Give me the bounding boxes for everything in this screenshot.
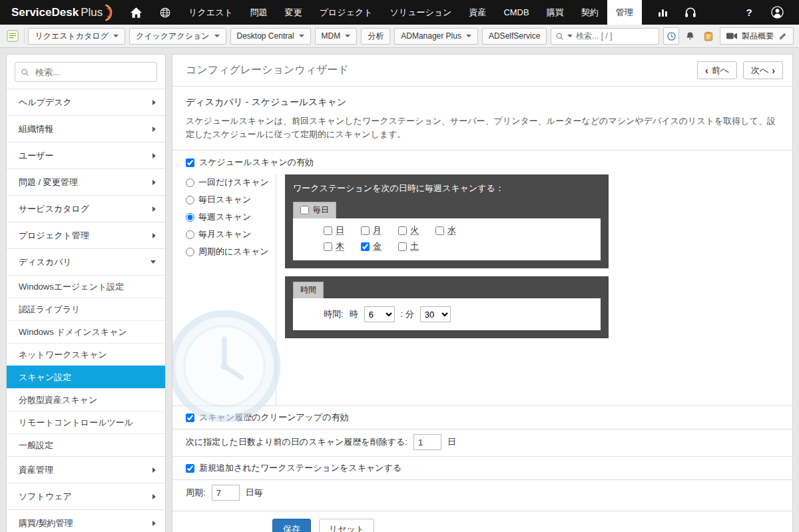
new-workstation-checkbox[interactable] — [186, 464, 194, 473]
day-friday-checkbox[interactable] — [361, 242, 370, 251]
quick-add-icon[interactable] — [5, 27, 20, 45]
desktop-central-dropdown[interactable]: Desktop Central — [230, 28, 311, 45]
scan-mode-weekly[interactable]: 毎週スキャン — [186, 211, 276, 223]
sidebar-sub-windows-domain-scan[interactable]: Windows ドメインスキャン — [7, 320, 165, 343]
nav-admin[interactable]: 管理 — [607, 0, 642, 25]
quick-actions-dropdown[interactable]: クイックアクション — [129, 28, 226, 45]
help-icon[interactable]: ? — [735, 7, 763, 18]
sidebar-sub-windows-agent-settings[interactable]: Windowsエージェント設定 — [7, 275, 165, 298]
scan-mode-once-radio[interactable] — [186, 178, 194, 187]
nav-contracts[interactable]: 契約 — [573, 0, 607, 25]
hour-label: 時 — [350, 308, 358, 320]
chevron-down-icon — [299, 35, 304, 37]
scan-mode-once[interactable]: 一回だけスキャン — [186, 176, 276, 188]
day-tuesday-checkbox[interactable] — [398, 226, 407, 235]
sidebar-item-helpdesk[interactable]: ヘルプデスク — [7, 89, 165, 115]
nav-assets[interactable]: 資産 — [460, 0, 495, 25]
day-tuesday[interactable]: 火 — [398, 224, 435, 236]
nav-requests[interactable]: リクエスト — [180, 0, 242, 25]
sidebar-search-input[interactable] — [15, 62, 157, 82]
cleanup-days-input[interactable] — [413, 434, 441, 450]
cleanup-enable-checkbox[interactable] — [186, 413, 194, 422]
home-icon[interactable] — [121, 0, 150, 25]
day-monday-checkbox[interactable] — [361, 226, 370, 235]
next-button[interactable]: 次へ› — [743, 61, 783, 79]
sidebar-item-project-management[interactable]: プロジェクト管理 — [7, 222, 165, 248]
nav-purchase[interactable]: 購買 — [538, 0, 573, 25]
day-wednesday[interactable]: 水 — [435, 224, 473, 236]
sidebar-sub-scan-settings[interactable]: スキャン設定 — [7, 366, 165, 388]
adselfservice-button[interactable]: ADSelfService — [482, 28, 547, 45]
enable-schedule-checkbox[interactable] — [186, 158, 194, 167]
scan-mode-monthly[interactable]: 毎月スキャン — [186, 228, 276, 240]
day-sunday-checkbox[interactable] — [324, 226, 332, 235]
day-thursday-checkbox[interactable] — [324, 242, 332, 251]
next-label: 次へ — [751, 65, 768, 77]
everyday-checkbox[interactable] — [300, 206, 309, 214]
reports-chart-icon[interactable] — [649, 7, 676, 18]
sidebar-item-discovery[interactable]: ディスカバリ — [7, 248, 165, 275]
sidebar-item-label: ソフトウェア — [19, 491, 72, 503]
mdm-dropdown[interactable]: MDM — [315, 28, 358, 45]
cleanup-enable-row[interactable]: スキャン履歴のクリーンアップの有効 — [172, 405, 792, 429]
sidebar-item-service-catalog[interactable]: サービスカタログ — [7, 195, 165, 222]
new-workstation-enable-row[interactable]: 新規追加されたワークステーションをスキャンする — [172, 456, 792, 479]
sidebar-item-organization[interactable]: 組織情報 — [7, 115, 165, 142]
period-input[interactable] — [212, 485, 240, 501]
search-scope-caret-icon[interactable] — [567, 35, 573, 37]
sidebar-sub-distributed-asset-scan[interactable]: 分散型資産スキャン — [7, 388, 165, 411]
nav-projects[interactable]: プロジェクト — [311, 0, 382, 25]
sidebar-item-problem-change[interactable]: 問題 / 変更管理 — [7, 168, 165, 195]
scan-mode-periodic[interactable]: 周期的にスキャン — [186, 246, 276, 258]
sidebar-item-users[interactable]: ユーザー — [7, 142, 165, 168]
nav-cmdb[interactable]: CMDB — [495, 0, 537, 25]
tasks-clipboard-icon[interactable] — [701, 27, 716, 45]
edit-pencil-icon[interactable] — [778, 32, 787, 41]
nav-problems[interactable]: 問題 — [242, 0, 276, 25]
globe-icon[interactable] — [150, 0, 180, 25]
notifications-bell-icon[interactable] — [683, 27, 698, 45]
chevron-right-icon — [152, 100, 156, 105]
enable-schedule-row[interactable]: スケジュールスキャンの有効 — [172, 156, 792, 168]
sidebar-item-software[interactable]: ソフトウェア — [7, 483, 165, 509]
sidebar-sub-credential-library[interactable]: 認証ライブラリ — [7, 298, 165, 320]
hour-select[interactable]: 6 — [364, 306, 395, 322]
day-saturday-checkbox[interactable] — [398, 242, 407, 251]
global-search-input[interactable] — [576, 31, 655, 41]
app-logo[interactable]: ServiceDeskPlus — [0, 0, 121, 25]
day-monday[interactable]: 月 — [361, 224, 398, 236]
scan-mode-daily[interactable]: 毎日スキャン — [186, 194, 276, 206]
sidebar-sub-general-settings[interactable]: 一般設定 — [7, 433, 165, 456]
day-wednesday-checkbox[interactable] — [435, 226, 444, 235]
sidebar-sub-network-scan[interactable]: ネットワークスキャン — [7, 343, 165, 366]
sidebar-item-purchase-contract[interactable]: 購買/契約管理 — [7, 509, 165, 532]
chevron-down-icon — [345, 35, 350, 37]
scan-mode-monthly-radio[interactable] — [186, 230, 194, 239]
day-saturday[interactable]: 土 — [398, 240, 435, 252]
section-title: ディスカバリ - スケジュールスキャン — [186, 97, 779, 109]
request-catalog-dropdown[interactable]: リクエストカタログ — [28, 28, 125, 45]
minute-select[interactable]: 30 — [420, 306, 451, 322]
sidebar-item-asset-management[interactable]: 資産管理 — [7, 456, 165, 483]
history-icon[interactable] — [663, 27, 679, 45]
reset-button[interactable]: リセット — [319, 519, 374, 532]
analysis-button[interactable]: 分析 — [361, 28, 390, 45]
everyday-tab[interactable]: 毎日 — [293, 202, 336, 218]
scan-mode-weekly-radio[interactable] — [186, 213, 194, 222]
scan-mode-daily-radio[interactable] — [186, 196, 194, 204]
adselfservice-label: ADSelfService — [489, 31, 540, 41]
day-sunday[interactable]: 日 — [324, 224, 361, 236]
search-icon — [555, 32, 564, 41]
admanager-plus-dropdown[interactable]: ADManager Plus — [394, 28, 478, 45]
nav-solutions[interactable]: ソリューション — [382, 0, 461, 25]
prev-button[interactable]: ‹前へ — [697, 61, 737, 79]
nav-changes[interactable]: 変更 — [276, 0, 311, 25]
account-icon[interactable] — [763, 6, 791, 19]
save-button[interactable]: 保存 — [272, 519, 311, 532]
day-thursday[interactable]: 木 — [324, 240, 361, 252]
headset-icon[interactable] — [676, 7, 704, 18]
product-overview-button[interactable]: 製品概要 — [720, 27, 794, 45]
day-friday[interactable]: 金 — [361, 240, 398, 252]
scan-mode-periodic-radio[interactable] — [186, 248, 194, 256]
sidebar-sub-remote-control-tools[interactable]: リモートコントロールツール — [7, 411, 165, 433]
